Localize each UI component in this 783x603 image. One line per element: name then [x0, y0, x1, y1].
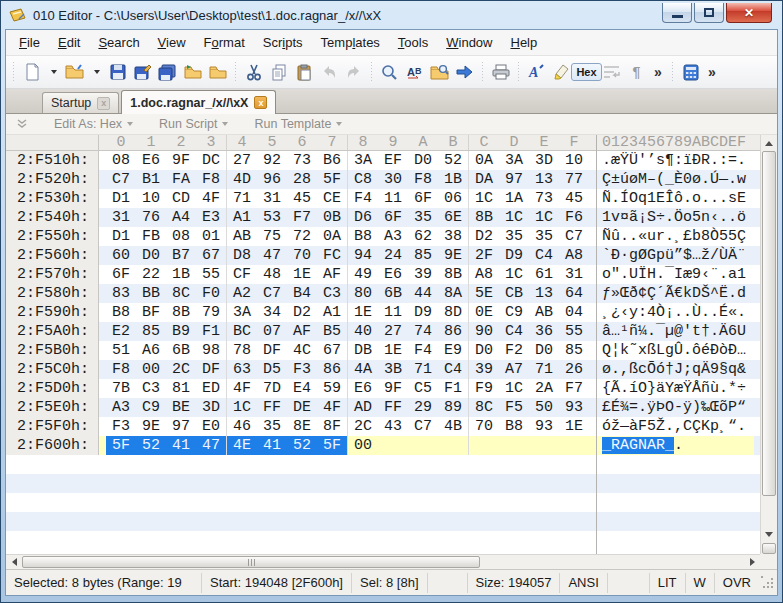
- hex-byte[interactable]: DC: [196, 151, 226, 170]
- empty-hex-row[interactable]: [6, 493, 760, 512]
- hex-byte[interactable]: FC: [317, 246, 347, 265]
- hex-byte[interactable]: DF: [257, 341, 287, 360]
- hex-byte[interactable]: E9: [438, 341, 468, 360]
- hex-byte[interactable]: DE: [287, 398, 317, 417]
- ascii-cell[interactable]: 1v¤ã¡S÷.Öo5n‹..ö: [596, 208, 754, 227]
- hex-byte[interactable]: 46: [227, 417, 257, 436]
- hex-byte[interactable]: 1C: [499, 265, 529, 284]
- hex-row[interactable]: 2:F530h:D110CD4F713145CEF4116F061C1A7345…: [6, 189, 760, 208]
- hex-byte[interactable]: D8: [227, 246, 257, 265]
- hex-byte[interactable]: 45: [287, 189, 317, 208]
- hex-byte[interactable]: 78: [227, 341, 257, 360]
- ascii-cell[interactable]: Q¦k˜xßLgÛ.ôéÐòÐ…: [596, 341, 754, 360]
- resize-grip[interactable]: [761, 576, 775, 590]
- hex-byte[interactable]: 3A: [499, 151, 529, 170]
- hex-byte[interactable]: E6: [348, 379, 378, 398]
- hex-byte[interactable]: E6: [378, 265, 408, 284]
- hex-byte[interactable]: 85: [136, 322, 166, 341]
- hex-byte[interactable]: D9: [499, 246, 529, 265]
- hex-byte[interactable]: 39: [469, 360, 499, 379]
- hex-byte[interactable]: 51: [106, 341, 136, 360]
- hex-byte[interactable]: CB: [499, 284, 529, 303]
- hex-byte[interactable]: 43: [378, 417, 408, 436]
- hex-byte[interactable]: F7: [287, 208, 317, 227]
- hex-byte[interactable]: 1B: [438, 170, 468, 189]
- hex-byte[interactable]: 26: [559, 360, 589, 379]
- run-script-dropdown[interactable]: Run Script: [159, 117, 228, 131]
- replace-button[interactable]: AB: [402, 60, 427, 84]
- hex-byte[interactable]: 80: [348, 284, 378, 303]
- tab-startup[interactable]: Startup x: [42, 92, 119, 113]
- hex-byte[interactable]: DF: [196, 360, 226, 379]
- hex-byte[interactable]: A1: [317, 303, 347, 322]
- hex-byte[interactable]: 55: [559, 322, 589, 341]
- hex-byte[interactable]: 6B: [166, 341, 196, 360]
- hex-byte[interactable]: 24: [378, 246, 408, 265]
- hex-row[interactable]: 2:F600h:5F5241474E41525F00_RAGNAR_.: [6, 436, 760, 455]
- ascii-cell[interactable]: .æŸÜ'’s¶:ïÐR.:=.: [596, 151, 754, 170]
- hex-byte[interactable]: 94: [348, 246, 378, 265]
- hex-byte[interactable]: B8: [348, 227, 378, 246]
- ascii-cell[interactable]: `Ð·gØGpü”$…ž/ÙÄ¨: [596, 246, 754, 265]
- hex-byte[interactable]: 1E: [559, 417, 589, 436]
- hex-byte[interactable]: 13: [529, 170, 559, 189]
- ascii-cell[interactable]: Ç±úøM–(_È0ø.Ú—.w: [596, 170, 754, 189]
- hex-byte[interactable]: D0: [408, 151, 438, 170]
- ascii-cell[interactable]: _RAGNAR_.: [596, 436, 754, 455]
- hex-byte[interactable]: B4: [287, 284, 317, 303]
- hex-byte[interactable]: 1E: [348, 303, 378, 322]
- hex-byte[interactable]: C7: [257, 284, 287, 303]
- hex-byte[interactable]: 72: [287, 227, 317, 246]
- hex-byte[interactable]: 85: [408, 246, 438, 265]
- hex-byte[interactable]: 6F: [106, 265, 136, 284]
- hex-byte[interactable]: 67: [317, 341, 347, 360]
- hex-byte[interactable]: 63: [227, 360, 257, 379]
- hex-byte[interactable]: 06: [438, 189, 468, 208]
- tab-close-icon[interactable]: x: [254, 96, 267, 109]
- hex-byte[interactable]: AB: [227, 227, 257, 246]
- hex-row[interactable]: 2:F5D0h:7BC381ED4F7DE459E69FC5F1F91C2AF7…: [6, 379, 760, 398]
- hex-byte[interactable]: 8A: [438, 284, 468, 303]
- hex-byte[interactable]: 52: [136, 436, 166, 455]
- hex-byte[interactable]: 6E: [438, 208, 468, 227]
- open-file-dropdown[interactable]: [87, 60, 105, 84]
- hex-byte[interactable]: 6F: [408, 189, 438, 208]
- hex-byte[interactable]: 01: [196, 227, 226, 246]
- hex-byte[interactable]: 98: [196, 341, 226, 360]
- hex-byte[interactable]: 70: [287, 246, 317, 265]
- hex-byte[interactable]: 9F: [378, 379, 408, 398]
- hex-byte[interactable]: 10: [559, 151, 589, 170]
- hex-byte[interactable]: F4: [348, 189, 378, 208]
- new-file-button[interactable]: [19, 60, 44, 84]
- hex-byte[interactable]: DA: [469, 170, 499, 189]
- hex-byte[interactable]: 47: [196, 436, 226, 455]
- hex-byte[interactable]: 1E: [378, 341, 408, 360]
- hex-byte[interactable]: 55: [196, 265, 226, 284]
- status-width[interactable]: W: [685, 573, 714, 593]
- hex-byte[interactable]: F1: [196, 322, 226, 341]
- hex-byte[interactable]: F9: [469, 379, 499, 398]
- hex-byte[interactable]: D0: [529, 341, 559, 360]
- hex-byte[interactable]: 13: [529, 284, 559, 303]
- hex-byte[interactable]: 4F: [317, 398, 347, 417]
- hex-byte[interactable]: 90: [469, 322, 499, 341]
- hex-byte[interactable]: 52: [438, 151, 468, 170]
- toolbar-overflow-button[interactable]: »: [649, 60, 667, 84]
- hex-byte[interactable]: AD: [348, 398, 378, 417]
- hex-row[interactable]: 2:F590h:B8BF8B793A34D2A11E11D98D0EC9AB04…: [6, 303, 760, 322]
- hex-byte[interactable]: B5: [317, 322, 347, 341]
- hex-byte[interactable]: F2: [499, 341, 529, 360]
- hex-byte[interactable]: AF: [317, 265, 347, 284]
- hex-byte[interactable]: F8: [106, 360, 136, 379]
- hex-byte[interactable]: 61: [529, 265, 559, 284]
- hex-row[interactable]: 2:F540h:3176A4E3A153F70BD66F356E8B1C1CF6…: [6, 208, 760, 227]
- font-button[interactable]: A: [524, 60, 549, 84]
- hex-byte[interactable]: F6: [559, 208, 589, 227]
- scroll-right-button[interactable]: [744, 555, 760, 569]
- menu-item-search[interactable]: Search: [89, 32, 148, 53]
- hex-byte[interactable]: B8: [106, 303, 136, 322]
- cut-button[interactable]: [241, 60, 266, 84]
- hex-byte[interactable]: 3D: [529, 151, 559, 170]
- hex-byte[interactable]: D6: [348, 208, 378, 227]
- hex-byte[interactable]: E6: [136, 151, 166, 170]
